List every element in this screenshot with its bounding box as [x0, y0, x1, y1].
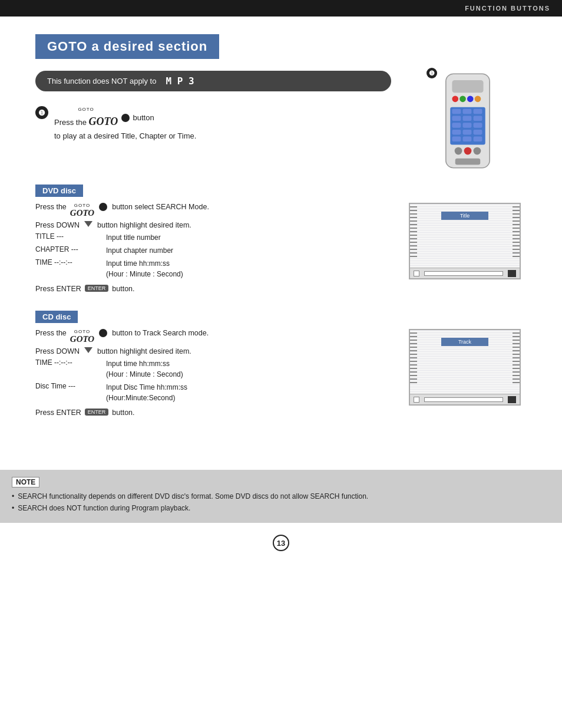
- dvd-press-down-label: Press DOWN: [35, 221, 80, 229]
- svg-rect-25: [455, 159, 481, 165]
- dvd-disc-content: Press the GOTO GOTO button select SEARCH…: [35, 203, 527, 296]
- cd-bottom-square: [414, 397, 419, 403]
- press-the-label: Press the: [54, 118, 87, 127]
- dvd-goto-suffix: button select SEARCH Mode.: [112, 203, 209, 211]
- remote-image: [432, 71, 503, 171]
- cd-disctime-left: Disc Time ---: [35, 382, 106, 406]
- dvd-enter-label: Press ENTER: [35, 285, 81, 293]
- svg-point-23: [464, 147, 472, 155]
- svg-rect-10: [452, 116, 461, 121]
- dvd-row-title: TITLE --- Input title number: [35, 232, 183, 245]
- svg-rect-11: [463, 116, 472, 121]
- mp3-notice-text: This function does NOT apply to: [47, 77, 156, 85]
- page-number: 13: [277, 539, 285, 548]
- remote-wrapper: ❶: [432, 71, 503, 173]
- goto-small-label: GOTO: [54, 106, 118, 114]
- remote-num-badge: ❶: [427, 68, 437, 78]
- svg-point-22: [455, 147, 462, 155]
- dvd-chapter-right: Input chapter number: [106, 245, 183, 258]
- cd-goto-word: GOTO: [70, 334, 94, 344]
- svg-rect-17: [463, 130, 472, 135]
- note-label: NOTE: [12, 477, 39, 487]
- cd-time-left: TIME --:--:--: [35, 358, 106, 382]
- dvd-dots-right: [513, 204, 520, 257]
- main-content: GOTO a desired section This function doe…: [0, 17, 562, 452]
- svg-rect-12: [474, 116, 482, 121]
- note-item-1: • SEARCH functionality depends on differ…: [12, 492, 550, 500]
- cd-down-suffix: button highlight desired item.: [97, 347, 191, 355]
- cd-goto-dot: [99, 329, 107, 337]
- dvd-chapter-left: CHAPTER ---: [35, 245, 106, 258]
- svg-rect-13: [452, 123, 461, 128]
- dvd-goto-word: GOTO: [70, 208, 94, 218]
- note-bullet-2: •: [12, 504, 14, 512]
- intro-section: This function does NOT apply to M P 3 ❶ …: [35, 71, 527, 173]
- dvd-title-left: TITLE ---: [35, 232, 106, 245]
- dvd-goto-line: Press the GOTO GOTO button select SEARCH…: [35, 203, 397, 218]
- dvd-enter-suffix: button.: [112, 285, 134, 293]
- mp3-notice: This function does NOT apply to M P 3: [35, 71, 391, 91]
- svg-point-24: [474, 147, 481, 155]
- dvd-screen-bottom: [410, 268, 520, 278]
- goto-dot-step1: [121, 114, 130, 122]
- dvd-dots-left: [410, 204, 417, 257]
- cd-disc-label: CD disc: [35, 311, 78, 323]
- note-text-2: SEARCH does NOT function during Program …: [18, 504, 190, 512]
- dvd-goto-inline: GOTO GOTO: [70, 203, 94, 218]
- step1-text: GOTO Press the GOTO button to play at a …: [54, 106, 196, 142]
- intro-left: This function does NOT apply to M P 3 ❶ …: [35, 71, 391, 173]
- cd-disc-section: CD disc Press the GOTO GOTO button to Tr…: [35, 311, 527, 420]
- cd-press-label: Press the: [35, 329, 67, 337]
- svg-rect-16: [452, 130, 461, 135]
- dvd-down-suffix: button highlight desired item.: [97, 221, 191, 229]
- page-number-area: 13: [0, 535, 562, 551]
- cd-down-line: Press DOWN button highlight desired item…: [35, 347, 397, 355]
- svg-rect-14: [463, 123, 472, 128]
- dvd-disc-right: Title: [409, 203, 527, 296]
- svg-rect-21: [474, 137, 482, 142]
- cd-enter-label: Press ENTER: [35, 409, 81, 417]
- dvd-screen-mockup: Title: [409, 203, 521, 279]
- dvd-title-right: Input title number: [106, 232, 183, 245]
- section-title-box: GOTO a desired section: [35, 34, 219, 59]
- step1-intro: ❶ GOTO Press the GOTO button to play at …: [35, 106, 391, 142]
- cd-screen-mockup: Track: [409, 329, 521, 406]
- note-text-1: SEARCH functionality depends on differen…: [18, 492, 368, 500]
- svg-point-2: [452, 96, 458, 103]
- cd-bottom-black: [508, 396, 516, 403]
- cd-press-down-label: Press DOWN: [35, 347, 80, 355]
- svg-rect-7: [452, 109, 461, 114]
- cd-screen-bottom: [410, 394, 520, 404]
- cd-row-disctime: Disc Time --- Input Disc Time hh:mm:ss(H…: [35, 382, 187, 406]
- cd-table: TIME --:--:-- Input time hh:mm:ss(Hour :…: [35, 358, 187, 406]
- svg-rect-19: [452, 137, 461, 142]
- dvd-goto-small: GOTO: [70, 203, 94, 208]
- dvd-goto-dot: [99, 203, 107, 211]
- dvd-row-time: TIME --:--:-- Input time hh:mm:ss(Hour :…: [35, 258, 183, 282]
- header-title: FUNCTION BUTTONS: [465, 5, 550, 12]
- dvd-row-chapter: CHAPTER --- Input chapter number: [35, 245, 183, 258]
- cd-goto-suffix: button to Track Search mode.: [112, 329, 209, 337]
- step1-number: ❶: [35, 106, 48, 119]
- top-bar: FUNCTION BUTTONS: [0, 0, 562, 17]
- cd-bottom-rect: [424, 397, 503, 402]
- note-section: NOTE • SEARCH functionality depends on d…: [0, 470, 562, 523]
- goto-label-top: GOTO Press the GOTO: [54, 106, 118, 130]
- dvd-time-left: TIME --:--:--: [35, 258, 106, 282]
- mp3-label: M P 3: [166, 75, 194, 87]
- note-item-2: • SEARCH does NOT function during Progra…: [12, 504, 550, 512]
- dvd-enter-btn: ENTER: [85, 285, 109, 292]
- dvd-down-arrow: [84, 221, 92, 227]
- cd-time-right: Input time hh:mm:ss(Hour : Minute : Seco…: [106, 358, 187, 382]
- svg-rect-20: [463, 137, 472, 142]
- dvd-screen-inner: Title: [410, 204, 520, 268]
- section-title: GOTO a desired section: [47, 39, 207, 54]
- svg-point-4: [467, 96, 474, 103]
- note-bullet-1: •: [12, 492, 14, 500]
- page-number-circle: 13: [273, 535, 289, 551]
- cd-disc-content: Press the GOTO GOTO button to Track Sear…: [35, 329, 527, 420]
- cd-enter-line: Press ENTER ENTER button.: [35, 409, 397, 417]
- svg-point-3: [459, 96, 466, 103]
- cd-disc-right: Track: [409, 329, 527, 420]
- cd-dots-left: [410, 330, 417, 383]
